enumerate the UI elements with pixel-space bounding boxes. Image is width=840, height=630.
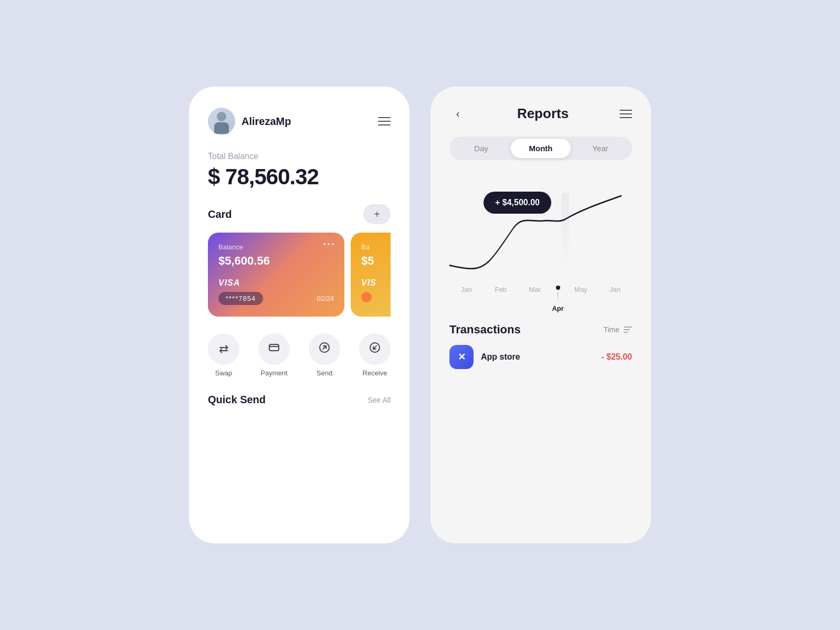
chart-months: Jan Feb Mar Apr May Jan bbox=[449, 286, 632, 312]
tab-group: Day Month Year bbox=[449, 136, 632, 160]
second-card-type: VIS bbox=[361, 278, 391, 288]
avatar-head bbox=[217, 112, 226, 121]
avatar-body bbox=[214, 122, 229, 134]
card-dot-2 bbox=[328, 243, 330, 245]
main-card-balance-label: Balance bbox=[218, 243, 334, 251]
month-apr: Apr bbox=[552, 304, 563, 312]
menu-icon[interactable] bbox=[378, 117, 391, 125]
balance-label: Total Balance bbox=[208, 152, 391, 161]
header-row: AlirezaMp bbox=[208, 108, 391, 135]
transactions-section: Transactions Time ✕ App store - $25.00 bbox=[449, 323, 632, 369]
phone-right: ‹ Reports Day Month Year + $4,500.00 bbox=[430, 87, 651, 543]
avatar-person bbox=[212, 112, 231, 135]
transactions-header: Transactions Time bbox=[449, 323, 632, 337]
action-receive: Receive bbox=[359, 333, 391, 377]
avatar bbox=[208, 108, 235, 135]
menu-line-3 bbox=[378, 124, 391, 125]
main-card-type: VISA bbox=[218, 278, 334, 288]
payment-label: Payment bbox=[260, 369, 287, 377]
swap-icon: ⇄ bbox=[219, 342, 228, 356]
payment-icon bbox=[268, 342, 280, 356]
receive-icon bbox=[369, 342, 381, 356]
phones-container: AlirezaMp Total Balance $ 78,560.32 Card… bbox=[189, 87, 651, 543]
actions-row: ⇄ Swap Payment bbox=[208, 333, 391, 377]
phone-left: AlirezaMp Total Balance $ 78,560.32 Card… bbox=[189, 87, 410, 543]
reports-menu-line-1 bbox=[620, 110, 632, 111]
card-number-row: ****7854 02/24 bbox=[218, 292, 334, 305]
second-card[interactable]: Ba $5 VIS bbox=[351, 233, 391, 317]
reports-menu-icon[interactable] bbox=[620, 110, 632, 118]
card-number: ****7854 bbox=[218, 292, 263, 305]
action-swap: ⇄ Swap bbox=[208, 333, 239, 377]
add-card-button[interactable]: + bbox=[363, 204, 391, 224]
reports-menu-line-2 bbox=[620, 113, 632, 114]
quick-send-title: Quick Send bbox=[208, 394, 266, 406]
month-dot bbox=[556, 286, 560, 290]
receive-button[interactable] bbox=[359, 333, 391, 365]
svg-rect-4 bbox=[561, 193, 569, 275]
filter-line-2 bbox=[624, 329, 630, 330]
menu-line-2 bbox=[378, 121, 391, 122]
second-card-logo bbox=[361, 292, 372, 302]
back-button[interactable]: ‹ bbox=[449, 108, 466, 120]
transaction-amount: - $25.00 bbox=[601, 352, 632, 362]
svg-rect-0 bbox=[269, 344, 279, 351]
card-dot-1 bbox=[323, 243, 326, 245]
reports-header: ‹ Reports bbox=[449, 106, 632, 122]
chart-area: + $4,500.00 Jan Feb Mar bbox=[449, 176, 632, 312]
transactions-title: Transactions bbox=[449, 323, 521, 337]
month-apr-indicator: Apr bbox=[552, 286, 563, 312]
month-feb: Feb bbox=[484, 286, 518, 312]
user-name: AlirezaMp bbox=[242, 116, 291, 128]
tab-day[interactable]: Day bbox=[452, 139, 511, 158]
action-payment: Payment bbox=[258, 333, 290, 377]
transaction-name: App store bbox=[481, 352, 520, 362]
swap-button[interactable]: ⇄ bbox=[208, 333, 239, 365]
cards-row: Balance $5,600.56 VISA ****7854 02/24 Ba… bbox=[208, 233, 391, 317]
avatar-name-row: AlirezaMp bbox=[208, 108, 291, 135]
month-jan-1: Jan bbox=[449, 286, 484, 312]
reports-title: Reports bbox=[517, 106, 569, 122]
reports-menu-line-3 bbox=[620, 117, 632, 118]
main-card-balance-amount: $5,600.56 bbox=[218, 254, 334, 268]
filter-line-1 bbox=[624, 327, 632, 328]
card-section-header: Card + bbox=[208, 204, 391, 224]
tab-year[interactable]: Year bbox=[571, 139, 630, 158]
time-filter-label: Time bbox=[603, 326, 620, 334]
tab-month[interactable]: Month bbox=[511, 139, 570, 158]
payment-button[interactable] bbox=[258, 333, 290, 365]
quick-send-header: Quick Send See All bbox=[208, 394, 391, 406]
card-dot-3 bbox=[332, 243, 334, 245]
send-label: Send bbox=[317, 369, 332, 377]
send-icon bbox=[319, 342, 330, 356]
month-jan-2: Jan bbox=[598, 286, 632, 312]
month-mar: Mar bbox=[518, 286, 552, 312]
card-dots bbox=[323, 243, 334, 245]
transaction-item: ✕ App store - $25.00 bbox=[449, 345, 632, 369]
card-section-title: Card bbox=[208, 208, 232, 220]
action-send: Send bbox=[309, 333, 340, 377]
filter-line-3 bbox=[624, 332, 628, 333]
balance-amount: $ 78,560.32 bbox=[208, 164, 391, 190]
filter-lines-icon bbox=[624, 327, 632, 333]
see-all-button[interactable]: See All bbox=[368, 396, 391, 404]
menu-line-1 bbox=[378, 117, 391, 118]
month-may: May bbox=[564, 286, 598, 312]
second-card-label: Ba bbox=[361, 243, 391, 251]
time-filter[interactable]: Time bbox=[603, 326, 632, 334]
chart-tooltip: + $4,500.00 bbox=[484, 192, 551, 214]
month-bar bbox=[557, 292, 559, 302]
card-expiry: 02/24 bbox=[317, 295, 334, 302]
main-card[interactable]: Balance $5,600.56 VISA ****7854 02/24 bbox=[208, 233, 344, 317]
second-card-amount: $5 bbox=[361, 254, 391, 268]
send-button[interactable] bbox=[309, 333, 340, 365]
transaction-icon: ✕ bbox=[449, 345, 474, 369]
swap-label: Swap bbox=[215, 369, 233, 377]
receive-label: Receive bbox=[363, 369, 387, 377]
